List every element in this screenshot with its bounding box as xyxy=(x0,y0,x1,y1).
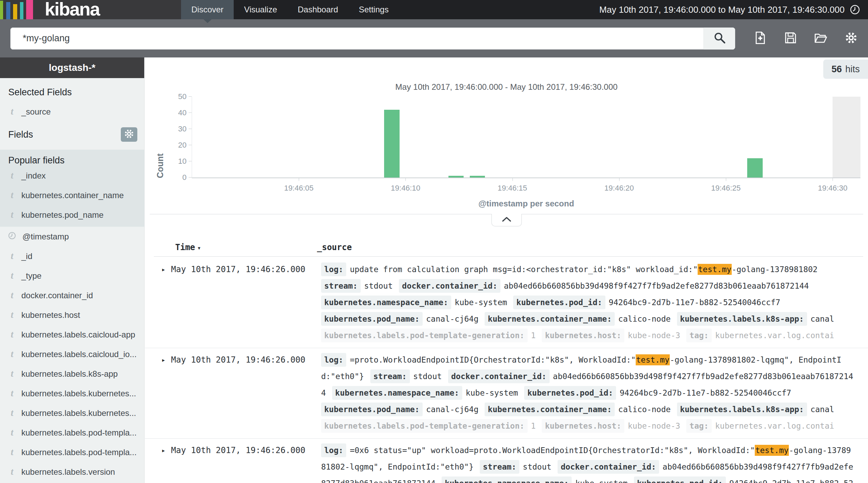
field-kubernetes.labels.caicloud-app[interactable]: tkubernetes.labels.caicloud-app xyxy=(0,325,144,344)
settings-button[interactable] xyxy=(844,31,858,46)
y-tick-mark xyxy=(189,129,192,129)
field-kubernetes.labels.pod-templa...[interactable]: tkubernetes.labels.pod-templa... xyxy=(0,442,144,462)
text-field-icon: t xyxy=(9,466,15,477)
clock-icon[interactable] xyxy=(849,4,860,15)
cell-time: ▸May 10th 2017, 19:46:26.000 xyxy=(145,352,321,434)
field-key-chip: tag: xyxy=(686,419,711,433)
time-range-picker[interactable]: May 10th 2017, 19:46:00.000 to May 10th … xyxy=(599,0,868,19)
cell-time: ▸May 10th 2017, 19:46:26.000 xyxy=(145,261,321,344)
field-_id[interactable]: t_id xyxy=(0,246,144,266)
search-input[interactable] xyxy=(10,28,703,50)
new-search-button[interactable] xyxy=(753,31,768,46)
field-kubernetes.labels.kubernetes...[interactable]: tkubernetes.labels.kubernetes... xyxy=(0,403,144,423)
field-name: kubernetes.labels.version xyxy=(21,467,115,477)
histogram-bar-19:46:13[interactable] xyxy=(470,176,485,178)
field-kubernetes.labels.version[interactable]: tkubernetes.labels.version xyxy=(0,462,144,482)
top-navbar: kibana DiscoverVisualizeDashboardSetting… xyxy=(0,0,868,19)
expand-row-icon[interactable]: ▸ xyxy=(161,352,166,368)
table-row: ▸May 10th 2017, 19:46:26.000log:=0x6 sta… xyxy=(145,439,868,483)
field-kubernetes.container_name[interactable]: tkubernetes.container_name xyxy=(0,185,144,205)
field-kubernetes.labels.k8s-app[interactable]: tkubernetes.labels.k8s-app xyxy=(0,364,144,384)
open-search-button[interactable] xyxy=(814,31,828,46)
field-name: kubernetes.container_name xyxy=(21,191,124,200)
field-name: kubernetes.labels.kubernetes... xyxy=(21,408,136,418)
field-_index[interactable]: t_index xyxy=(0,166,144,185)
field-key-chip: kubernetes.labels.k8s-app: xyxy=(677,312,807,326)
field-key-chip: kubernetes.labels.k8s-app: xyxy=(677,402,807,416)
results-table-rows: ▸May 10th 2017, 19:46:26.000log:update f… xyxy=(145,258,868,483)
text-field-icon: t xyxy=(9,368,15,379)
field-kubernetes.labels.caicloud_io...[interactable]: tkubernetes.labels.caicloud_io... xyxy=(0,344,144,364)
index-pattern-selector[interactable]: logstash-* xyxy=(0,57,144,78)
chevron-up-icon xyxy=(502,217,511,223)
source-field: docker.container_id:ab04ed66b660856bb39d… xyxy=(399,281,809,290)
field-key-chip: kubernetes.container_name: xyxy=(485,402,615,416)
y-tick-label: 40 xyxy=(178,108,187,117)
text-field-icon: t xyxy=(9,310,15,320)
search-toolbar-icons xyxy=(753,31,858,46)
y-tick-label: 10 xyxy=(178,157,187,166)
histogram-bar-19:46:12[interactable] xyxy=(448,176,464,178)
gear-icon xyxy=(124,129,134,140)
field-key-chip: stream: xyxy=(321,279,361,293)
row-timestamp: May 10th 2017, 19:46:26.000 xyxy=(171,352,305,368)
field-@timestamp[interactable]: @timestamp xyxy=(0,227,144,246)
kibana-logo: kibana xyxy=(45,0,99,20)
histogram-title: May 10th 2017, 19:46:00.000 - May 10th 2… xyxy=(145,82,868,92)
chart-table-divider xyxy=(150,214,863,228)
tab-visualize[interactable]: Visualize xyxy=(234,0,287,19)
tab-dashboard[interactable]: Dashboard xyxy=(287,0,348,19)
source-field: stream:stdout xyxy=(480,462,551,471)
field-key-chip: tag: xyxy=(686,329,711,342)
highlighted-match: test.my xyxy=(755,445,789,456)
logo-stripe xyxy=(13,4,17,19)
field-docker.container_id[interactable]: tdocker.container_id xyxy=(0,286,144,305)
column-header-time[interactable]: Time▾ xyxy=(175,243,201,252)
popular-fields-list: t_indextkubernetes.container_nametkubern… xyxy=(0,166,144,225)
field-_source[interactable]: t_source xyxy=(0,102,144,121)
field-kubernetes.host[interactable]: tkubernetes.host xyxy=(0,305,144,325)
field-kubernetes.labels.kubernetes...[interactable]: tkubernetes.labels.kubernetes... xyxy=(0,384,144,403)
sidebar: logstash-* Selected Fields t_source Fiel… xyxy=(0,57,145,483)
field-name: _source xyxy=(21,107,51,117)
source-field: stream:stdout xyxy=(321,281,393,290)
logo-stripe xyxy=(6,2,10,19)
expand-row-icon[interactable]: ▸ xyxy=(161,261,166,278)
histogram-bar-19:46:26[interactable] xyxy=(747,158,763,178)
time-range-label[interactable]: May 10th 2017, 19:46:00.000 to May 10th … xyxy=(599,4,845,15)
source-text: log:update from calculation graph msg=id… xyxy=(321,261,854,344)
tab-discover[interactable]: Discover xyxy=(181,0,234,19)
field-name: kubernetes.pod_name xyxy=(21,210,104,220)
expand-row-icon[interactable]: ▸ xyxy=(161,442,166,459)
field-key-chip: kubernetes.host: xyxy=(542,419,624,433)
x-tick-mark xyxy=(405,178,406,181)
field-name: docker.container_id xyxy=(21,291,93,300)
highlighted-match: test.my xyxy=(636,354,670,365)
field-key-chip: kubernetes.pod_id: xyxy=(634,476,726,483)
field-kubernetes.pod_name[interactable]: tkubernetes.pod_name xyxy=(0,205,144,225)
x-tick-mark xyxy=(833,178,833,181)
save-search-button[interactable] xyxy=(783,31,798,46)
field-settings-button[interactable] xyxy=(121,127,137,142)
field-_type[interactable]: t_type xyxy=(0,266,144,286)
collapse-histogram-button[interactable] xyxy=(491,214,522,226)
tab-settings[interactable]: Settings xyxy=(348,0,399,19)
popular-fields-heading: Popular fields xyxy=(8,155,144,166)
field-key-chip: kubernetes.host: xyxy=(542,329,624,342)
x-tick-label: 19:46:20 xyxy=(604,184,634,193)
x-tick-label: 19:46:10 xyxy=(391,184,421,193)
field-key-chip: kubernetes.pod_name: xyxy=(321,402,423,416)
x-tick-mark xyxy=(726,178,726,181)
field-kubernetes.labels.pod-templa...[interactable]: tkubernetes.labels.pod-templa... xyxy=(0,423,144,442)
field-key-chip: docker.container_id: xyxy=(399,279,500,293)
histogram-bar-19:46:09[interactable] xyxy=(384,110,400,178)
partial-bucket-band xyxy=(833,97,860,178)
search-button[interactable] xyxy=(703,28,735,50)
text-field-icon: t xyxy=(9,329,15,340)
x-tick-label: 19:46:05 xyxy=(284,184,314,193)
field-key-chip: kubernetes.pod_id: xyxy=(524,386,616,400)
x-tick-label: 19:46:15 xyxy=(498,184,527,193)
field-key-chip: stream: xyxy=(480,460,519,474)
y-axis-label: Count xyxy=(155,97,165,178)
highlighted-match: test.my xyxy=(698,264,732,275)
